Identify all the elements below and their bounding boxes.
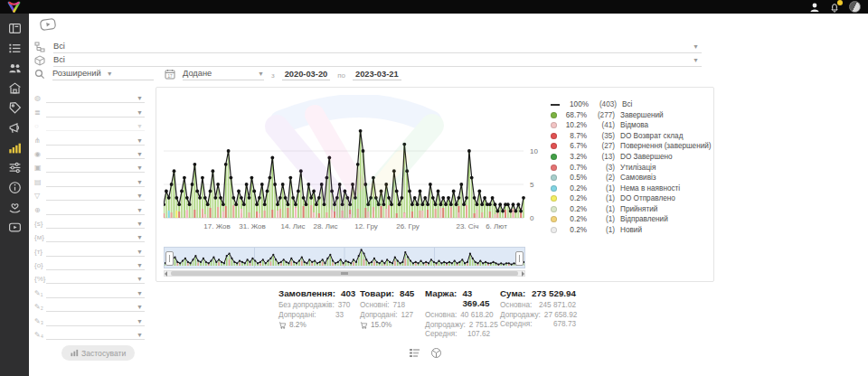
legend-item[interactable]: 10.2%(41)Відмова (551, 120, 710, 131)
filter-row-funnel-filter[interactable]: ▽▼ (34, 187, 145, 201)
legend-count: (27) (590, 142, 615, 150)
filter-row-custom-note-2[interactable]: ✎₂▼ (34, 298, 145, 312)
globe-filter-icon: ◍ (34, 93, 46, 103)
marketing-icon[interactable] (8, 121, 22, 135)
settings-icon[interactable] (8, 161, 22, 174)
chart-minimap[interactable] (164, 247, 525, 268)
clients-icon[interactable] (8, 61, 22, 75)
brush-handle-right[interactable] (515, 251, 524, 266)
legend-item[interactable]: 0.2%(1)Відправлений (551, 214, 710, 225)
brush-handle-left[interactable] (165, 251, 174, 266)
date-from-input[interactable]: 2020-03-20 (282, 70, 331, 80)
stat-upsell-pct: 8.2% (289, 320, 307, 330)
filter-row-custom-note-1[interactable]: ✎₁▼ (34, 284, 145, 297)
orders-icon[interactable] (8, 42, 22, 55)
notifications-bell-icon[interactable] (829, 2, 840, 13)
legend-item[interactable]: 3.2%(13)DO Завершено (551, 152, 710, 163)
chevron-down-icon: ▼ (137, 249, 143, 255)
search-mode-select[interactable]: Розширений ▼ (52, 67, 154, 80)
legend-pct: 0.2% (561, 194, 587, 202)
legend-item[interactable]: 0.5%(2)Самовивіз (551, 173, 710, 183)
user-avatar[interactable] (849, 1, 861, 13)
search-icon[interactable] (34, 69, 45, 80)
svg-text:10: 10 (530, 147, 538, 155)
package-filter-icon: ▣ (34, 163, 46, 173)
svg-text:17. Жов: 17. Жов (203, 222, 230, 230)
legend-label: DO Завершено (620, 153, 673, 161)
legend-label: Нема в наявності (620, 184, 680, 193)
chevron-down-icon[interactable]: ▼ (690, 57, 702, 63)
analytics-icon[interactable] (8, 141, 22, 155)
filter-row-empty-filter[interactable]: ○▼ (34, 118, 145, 131)
warehouse-icon[interactable] (8, 81, 22, 95)
support-icon[interactable] (8, 201, 22, 214)
stat-sub-label: Основні: (360, 301, 390, 311)
stat-column: Маржа:43 369.45Основна:40 618.20Допродаж… (425, 288, 490, 340)
legend-swatch (551, 164, 557, 171)
legend-count: (277) (590, 111, 615, 119)
profile-icon[interactable] (809, 2, 820, 13)
filter-row-hierarchy-filter[interactable]: ⋔▼ (34, 131, 145, 145)
filter-row-custom-field-x[interactable]: {%}▼ (34, 270, 145, 284)
pricing-icon[interactable] (8, 101, 22, 115)
legend-item[interactable]: 0.2%(1)Новий (551, 225, 710, 236)
legend-item[interactable]: 0.2%(1)Прийнятий (551, 203, 710, 214)
filter-row-custom-note-3[interactable]: ✎₃▼ (34, 312, 145, 325)
dashboard-icon[interactable] (8, 22, 22, 35)
apply-button[interactable]: Застосувати (61, 345, 135, 361)
scroll-right-arrow[interactable] (522, 271, 524, 277)
legend-item[interactable]: 100%(403)Всі (551, 99, 710, 110)
legend-count: (3) (590, 164, 615, 172)
list-view-icon[interactable] (409, 347, 420, 359)
filter-row-chart-filter[interactable]: ≣▼ (34, 103, 145, 117)
filter-row-custom-note-4[interactable]: ✎₄▼ (34, 326, 145, 340)
filter-row-package-filter[interactable]: ▣▼ (34, 159, 145, 173)
date-to-input[interactable]: 2023-03-21 (353, 70, 401, 80)
stat-column: Товари:845Основні:718Допродані:12715.0% (360, 288, 405, 330)
stat-sub-value: 127 (401, 311, 414, 321)
legend-item[interactable]: 6.7%(27)Повернення (завершений) (551, 141, 710, 152)
filter-row-custom-field-m[interactable]: {м}▼ (34, 229, 145, 242)
legend-item[interactable]: 0.2%(1)Нема в наявності (551, 183, 710, 193)
legend-item[interactable]: 68.7%(277)Завершений (551, 110, 710, 121)
filter-row-custom-field-t[interactable]: {т}▼ (34, 242, 145, 256)
package-view-icon[interactable] (430, 347, 442, 359)
video-hint-icon[interactable] (39, 17, 57, 32)
product-select[interactable]: Всі ▼ (53, 53, 702, 67)
funnel-filter-icon: ▽ (34, 191, 46, 201)
web-filter-icon: ⊕ (34, 205, 46, 215)
legend-item[interactable]: 8.7%(35)DO Возврат склад (551, 131, 710, 142)
scrollbar-thumb[interactable] (171, 271, 518, 276)
app-logo[interactable] (7, 1, 21, 13)
filter-row-globe-filter[interactable]: ◍▼ (34, 89, 145, 103)
chart-scrollbar[interactable] (164, 270, 525, 277)
video-icon[interactable] (8, 221, 22, 234)
info-icon[interactable] (8, 181, 22, 194)
chevron-down-icon[interactable]: ▼ (690, 43, 702, 50)
status-select[interactable]: Всі ▼ (53, 40, 702, 53)
filter-row-image-filter[interactable]: ▤▼ (34, 173, 145, 186)
stat-value: 43 369.45 (462, 288, 490, 308)
legend-count: (403) (592, 100, 617, 108)
filter-row-custom-field-s[interactable]: {s}▼ (34, 215, 145, 229)
legend-item[interactable]: 0.7%(3)Утилізація (551, 162, 710, 173)
legend-swatch (551, 185, 557, 192)
custom-field-t-icon: {т} (34, 247, 46, 257)
svg-text:14. Лис: 14. Лис (280, 222, 305, 230)
filter-row-location-filter[interactable]: ◉▼ (34, 146, 145, 159)
legend-swatch (551, 104, 560, 106)
date-type-select[interactable]: Додане ▼ (183, 67, 264, 80)
stat-sub-value: 40 618.20 (460, 311, 493, 321)
legend-count: (35) (590, 132, 615, 140)
stat-value: 845 (400, 288, 414, 298)
top-bar (0, 0, 868, 14)
stat-sub-value: 245 871.02 (539, 301, 576, 311)
legend-item[interactable]: 0.2%(1)DO Отправлено (551, 193, 710, 204)
legend-count: (2) (590, 174, 615, 182)
filter-row-web-filter[interactable]: ⊕▼ (34, 201, 145, 214)
filter-status-row: Всі ▼ (34, 41, 702, 53)
legend-swatch (551, 112, 557, 118)
filter-row-custom-field-o[interactable]: {о}▼ (34, 257, 145, 270)
scroll-left-arrow[interactable] (165, 271, 167, 277)
custom-note-4-icon: ✎₄ (34, 330, 46, 340)
